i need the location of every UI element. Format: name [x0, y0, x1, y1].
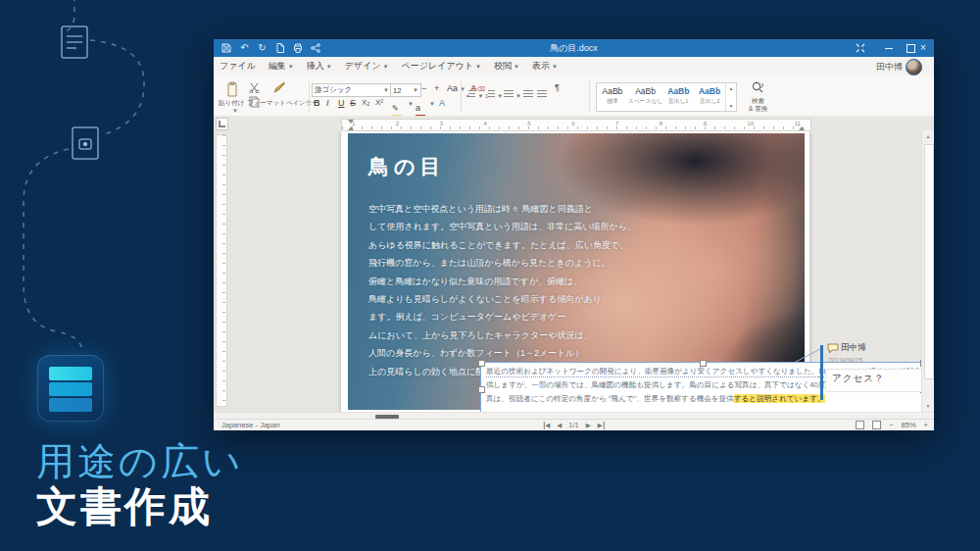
first-line-indent-marker[interactable]: [348, 120, 354, 124]
menu-file[interactable]: ファイル: [220, 60, 256, 73]
font-name-select[interactable]: 游ゴシック▼: [312, 83, 392, 97]
find-replace-label-2[interactable]: & 置換: [749, 105, 767, 114]
superscript-button[interactable]: X²: [375, 98, 383, 107]
new-document-icon[interactable]: [275, 43, 285, 53]
highlight-color-button[interactable]: ✎: [392, 97, 402, 118]
paste-dropdown-icon[interactable]: ▼: [232, 108, 238, 114]
underline-button[interactable]: U: [338, 98, 345, 108]
next-page-icon[interactable]: ▶: [586, 422, 591, 429]
language-status[interactable]: Japanese - Japan: [221, 421, 280, 429]
vertical-scrollbar[interactable]: ▲ ▼: [921, 130, 934, 412]
menu-review[interactable]: 校閲▼: [494, 60, 519, 73]
vertical-scroll-thumb[interactable]: [924, 144, 934, 379]
tab-selector[interactable]: [216, 118, 228, 130]
print-layout-view-icon[interactable]: [856, 421, 864, 429]
menu-insert[interactable]: 挿入▼: [307, 60, 332, 73]
text-effects-button[interactable]: A: [439, 98, 445, 108]
comment-connector-line: [794, 347, 823, 365]
document-canvas: 鳥の目 空中写真と空中視点という用語は時々 鳥瞰図と同義語として使用されます。空…: [214, 130, 934, 412]
web-layout-view-icon[interactable]: [872, 421, 881, 429]
italic-button[interactable]: I: [326, 98, 329, 108]
share-icon[interactable]: [311, 43, 320, 53]
subscript-button[interactable]: X₂: [362, 98, 369, 107]
horizontal-ruler[interactable]: 1234567891011: [341, 119, 811, 131]
grow-font-button[interactable]: +: [434, 83, 439, 93]
print-icon[interactable]: [293, 43, 303, 53]
styles-scroll-down-icon[interactable]: ▼: [729, 103, 734, 109]
paste-label[interactable]: 貼り付け: [219, 99, 244, 108]
chevron-down-icon: ▼: [413, 87, 418, 93]
font-color-button[interactable]: a: [416, 97, 425, 118]
chevron-down-icon[interactable]: ▼: [408, 101, 414, 107]
cut-icon[interactable]: [249, 82, 260, 93]
doc-text-line: 飛行機の窓から、または山頂から橋から見たときのように。: [368, 254, 615, 272]
zoom-level[interactable]: 85%: [902, 421, 916, 429]
change-case-button[interactable]: Aa▼: [447, 83, 466, 93]
multilevel-list-button[interactable]: ▼: [504, 84, 521, 102]
paste-icon[interactable]: [225, 81, 239, 97]
user-avatar[interactable]: [906, 59, 922, 75]
chevron-down-icon: ▼: [514, 64, 519, 70]
zoom-in-icon[interactable]: +: [924, 421, 928, 429]
word-app-icon: [37, 355, 104, 422]
user-name[interactable]: 田中博: [876, 61, 903, 74]
doc-text-line: 俯瞰と鳥瞰はかなり似た意味の用語ですが、俯瞰は、: [368, 273, 615, 290]
ribbon-separator: [589, 80, 590, 112]
doc-text-line: して使用されます。空中写真という用語は、非常に高い場所から、: [368, 218, 615, 235]
zoom-out-icon[interactable]: −: [889, 421, 893, 429]
style-heading2[interactable]: AaBb 見出し2: [694, 83, 725, 111]
right-indent-marker[interactable]: [799, 126, 805, 130]
show-paragraph-marks-button[interactable]: ¶: [555, 82, 560, 92]
chevron-down-icon: ▼: [383, 64, 389, 70]
horizontal-scroll-thumb[interactable]: [375, 415, 399, 419]
bullet-list-button[interactable]: •▼: [466, 84, 483, 102]
ruler-number: 9: [704, 121, 707, 126]
strikethrough-button[interactable]: S: [350, 98, 356, 108]
menu-page-layout[interactable]: ページレイアウト▼: [402, 60, 481, 73]
screenshot-stage: 用途の広い 文書作成 鳥の目.docx ↶ ↻ × ファイル 編集▼ 挿入▼ デ…: [0, 0, 980, 551]
hanging-indent-marker[interactable]: [348, 126, 354, 130]
resize-handle[interactable]: [478, 360, 485, 367]
ruler-number: 8: [660, 121, 662, 126]
scroll-up-icon[interactable]: ▲: [922, 133, 934, 139]
format-painter-label[interactable]: フォーマットペインター: [247, 99, 318, 108]
font-size-select[interactable]: 12▼: [390, 83, 421, 97]
close-button[interactable]: ×: [912, 39, 934, 57]
chevron-down-icon: ▼: [497, 93, 503, 99]
menu-view[interactable]: 表示▼: [532, 60, 558, 73]
menu-design[interactable]: デザイン▼: [345, 60, 389, 73]
style-normal[interactable]: AaBb 標準: [597, 83, 628, 111]
comment-author[interactable]: 田中博: [841, 342, 866, 354]
redo-icon[interactable]: ↻: [257, 43, 268, 54]
document-page[interactable]: 鳥の目 空中写真と空中視点という用語は時々 鳥瞰図と同義語として使用されます。空…: [341, 131, 809, 412]
bold-button[interactable]: B: [314, 98, 320, 108]
comment-bubble-icon: [827, 343, 839, 354]
chevron-down-icon: ▼: [326, 64, 332, 70]
vertical-ruler[interactable]: [216, 134, 227, 407]
style-heading1[interactable]: AaBb 見出し1: [662, 83, 694, 111]
minimize-button[interactable]: [878, 39, 900, 57]
decrease-indent-button[interactable]: [523, 84, 533, 102]
numbered-list-button[interactable]: 1▼: [485, 84, 503, 102]
undo-icon[interactable]: ↶: [239, 43, 250, 54]
comment-text: アクセス？: [832, 373, 884, 385]
shrink-font-button[interactable]: −: [421, 83, 426, 93]
menu-edit[interactable]: 編集▼: [269, 60, 294, 73]
previous-page-icon[interactable]: ◀: [557, 422, 562, 429]
resize-handle[interactable]: [700, 360, 707, 367]
styles-scroll-up-icon[interactable]: ▲: [729, 85, 734, 91]
last-page-icon[interactable]: ▶: [598, 422, 605, 429]
increase-indent-button[interactable]: [537, 84, 547, 102]
format-painter-icon[interactable]: [270, 81, 286, 94]
find-replace-icon[interactable]: [751, 81, 765, 95]
fullscreen-toggle-icon[interactable]: [856, 43, 865, 53]
style-no-spacing[interactable]: AaBb スペースなし: [628, 83, 662, 111]
resize-handle[interactable]: [478, 386, 485, 393]
first-page-icon[interactable]: ◀: [543, 422, 550, 429]
save-icon[interactable]: [221, 43, 231, 53]
ruler-numbers: 1234567891011: [352, 121, 801, 126]
status-bar: Japanese - Japan ◀ ◀ 1/1 ▶ ▶ − 85% +: [214, 419, 934, 430]
scroll-down-icon[interactable]: ▼: [922, 403, 934, 409]
chevron-down-icon[interactable]: ▼: [429, 101, 435, 107]
ruler-number: 4: [483, 121, 486, 126]
